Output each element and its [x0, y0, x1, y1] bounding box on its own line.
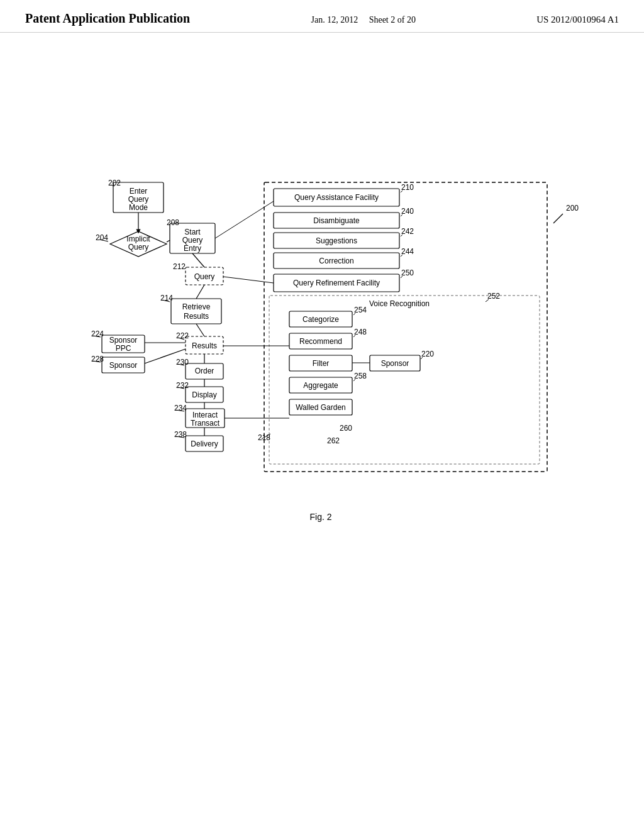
- svg-text:Results: Results: [184, 312, 209, 321]
- svg-text:Interact: Interact: [192, 411, 218, 419]
- page-header: Patent Application Publication Jan. 12, …: [0, 0, 644, 33]
- svg-text:Query: Query: [194, 272, 215, 281]
- svg-text:Suggestions: Suggestions: [316, 236, 357, 245]
- ref-234: 234: [174, 404, 187, 412]
- svg-text:Display: Display: [192, 390, 216, 399]
- svg-text:Query: Query: [128, 243, 149, 252]
- ref-260: 260: [340, 424, 352, 433]
- ref-240: 240: [401, 207, 414, 216]
- svg-text:Query: Query: [128, 195, 149, 204]
- ref-208: 208: [167, 218, 179, 227]
- ref-202: 202: [108, 179, 121, 187]
- svg-text:Query Assistance Facility: Query Assistance Facility: [294, 193, 379, 202]
- publication-date-sheet: Jan. 12, 2012 Sheet 2 of 20: [311, 15, 415, 25]
- ref-200: 200: [566, 204, 579, 213]
- ref-212: 212: [173, 262, 186, 271]
- svg-text:Start: Start: [184, 228, 201, 236]
- svg-text:Filter: Filter: [313, 359, 330, 368]
- svg-text:Implicit: Implicit: [126, 235, 150, 243]
- svg-text:Sponsor: Sponsor: [381, 359, 409, 368]
- svg-text:Results: Results: [192, 341, 217, 350]
- svg-text:Voice Recognition: Voice Recognition: [369, 299, 430, 308]
- svg-text:Aggregate: Aggregate: [303, 381, 338, 390]
- ref-238: 238: [174, 430, 187, 439]
- patent-number: US 2012/0010964 A1: [536, 14, 619, 25]
- ref-210: 210: [401, 183, 414, 192]
- svg-text:PPC: PPC: [116, 344, 131, 353]
- ref-242: 242: [401, 227, 414, 236]
- diagram-area: 200 Enter Query Mode 202 Implicit Query …: [50, 101, 591, 528]
- svg-text:Recommend: Recommend: [299, 337, 342, 346]
- svg-text:Correction: Correction: [319, 257, 353, 265]
- figure-label: Fig. 2: [309, 512, 331, 522]
- ref-244: 244: [401, 247, 414, 256]
- svg-line-13: [196, 285, 204, 299]
- ref-262: 262: [327, 436, 340, 445]
- ref-258: 258: [354, 372, 367, 380]
- svg-line-10: [192, 253, 204, 267]
- svg-text:Retrieve: Retrieve: [182, 302, 211, 311]
- svg-line-15: [196, 324, 204, 336]
- publication-title: Patent Application Publication: [25, 11, 190, 26]
- enter-query-mode-label: Enter: [130, 187, 148, 196]
- svg-text:Entry: Entry: [184, 244, 201, 253]
- svg-text:Walled Garden: Walled Garden: [296, 403, 346, 412]
- ref-252: 252: [487, 292, 500, 301]
- svg-text:Sponsor: Sponsor: [109, 361, 138, 370]
- svg-text:Query: Query: [182, 236, 203, 245]
- ref-250: 250: [401, 268, 414, 277]
- ref-200-arrow: [553, 214, 563, 223]
- svg-text:Sponsor: Sponsor: [109, 336, 138, 345]
- svg-text:Disambiguate: Disambiguate: [313, 216, 360, 225]
- ref-204: 204: [96, 233, 108, 242]
- patent-diagram: 200 Enter Query Mode 202 Implicit Query …: [50, 101, 591, 516]
- ref-228: 228: [91, 355, 104, 363]
- svg-text:Query Refinement Facility: Query Refinement Facility: [293, 279, 380, 287]
- svg-text:Categorize: Categorize: [303, 315, 339, 324]
- ref-224: 224: [91, 329, 104, 338]
- svg-text:Mode: Mode: [129, 203, 148, 212]
- svg-text:Transact: Transact: [191, 419, 220, 428]
- ref-220: 220: [421, 350, 434, 358]
- ref-248: 248: [354, 328, 367, 336]
- svg-text:Delivery: Delivery: [191, 440, 218, 448]
- svg-text:Order: Order: [195, 367, 214, 375]
- svg-line-8: [167, 240, 170, 242]
- ref-254: 254: [354, 306, 367, 314]
